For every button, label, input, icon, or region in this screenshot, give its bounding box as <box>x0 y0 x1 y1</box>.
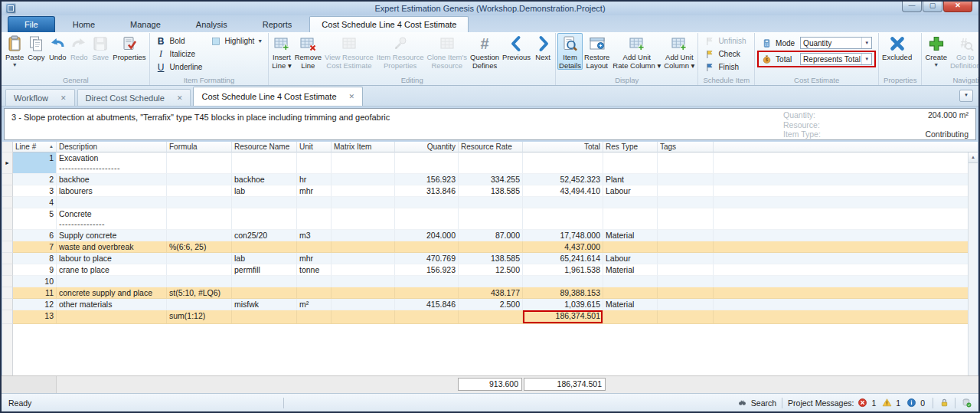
column-header-quantity[interactable]: Quantity <box>395 142 459 152</box>
cell-description[interactable] <box>57 276 167 287</box>
cell-resource_rate[interactable]: 138.585 <box>459 185 523 197</box>
cell-res_type[interactable] <box>603 208 658 230</box>
question-defines-button[interactable]: #QuestionDefines <box>469 33 501 70</box>
cell-quantity[interactable] <box>395 197 459 208</box>
cell-resource_name[interactable] <box>232 197 297 208</box>
cell-resource_rate[interactable]: 2.500 <box>459 299 523 310</box>
cell-line[interactable]: 5 <box>13 208 57 230</box>
cell-resource_name[interactable]: permfill <box>232 264 297 276</box>
lock-icon[interactable] <box>939 398 949 408</box>
cell-matrix_item[interactable] <box>332 230 395 241</box>
cell-description[interactable]: backhoe <box>57 174 167 185</box>
cell-total[interactable]: 52,452.323 <box>523 174 603 185</box>
cell-line[interactable]: 7 <box>13 241 57 253</box>
close-icon[interactable]: ✕ <box>177 94 183 102</box>
cell-unit[interactable] <box>297 287 332 299</box>
column-header-tags[interactable]: Tags <box>658 142 714 152</box>
search-button[interactable]: Search <box>737 398 776 408</box>
close-button[interactable]: ✕ <box>943 2 972 12</box>
ribbon-tab-file[interactable]: File <box>8 16 55 32</box>
cell-matrix_item[interactable] <box>332 174 395 185</box>
ribbon-tab-home[interactable]: Home <box>55 17 113 32</box>
row-indicator[interactable] <box>2 276 13 287</box>
cell-resource_rate[interactable] <box>459 197 523 208</box>
cell-tags[interactable] <box>658 264 714 276</box>
cell-unit[interactable] <box>297 310 332 324</box>
cell-quantity[interactable]: 156.923 <box>395 174 459 185</box>
cell-unit[interactable]: mhr <box>297 253 332 264</box>
cell-unit[interactable] <box>297 197 332 208</box>
add-unit-column-button[interactable]: Add UnitColumn ▾ <box>662 33 696 70</box>
row-indicator[interactable] <box>2 299 13 310</box>
tab-list-button[interactable]: ▼ <box>959 90 973 102</box>
column-header-res_type[interactable]: Res Type <box>603 142 658 152</box>
cell-quantity[interactable]: 204.000 <box>395 230 459 241</box>
row-indicator[interactable] <box>2 230 13 241</box>
cell-line[interactable]: 6 <box>13 230 57 241</box>
total-field-select[interactable]: Represents Total▼ <box>800 53 872 65</box>
cell-res_type[interactable] <box>603 152 658 174</box>
cell-resource_name[interactable]: backhoe <box>232 174 297 185</box>
item-details-button[interactable]: ItemDetails <box>557 33 583 70</box>
cell-total[interactable] <box>523 208 603 230</box>
cell-resource_rate[interactable] <box>459 152 523 174</box>
cell-total[interactable] <box>523 197 603 208</box>
cell-quantity[interactable]: 313.846 <box>395 185 459 197</box>
cell-line[interactable]: 2 <box>13 174 57 185</box>
cell-total[interactable] <box>523 152 603 174</box>
row-indicator[interactable] <box>2 197 13 208</box>
ribbon-tab-reports[interactable]: Reports <box>245 17 310 32</box>
row-indicator[interactable]: ► <box>2 152 13 174</box>
cell-quantity[interactable]: 470.769 <box>395 253 459 264</box>
cell-tags[interactable] <box>658 152 714 174</box>
doc-tab-direct-cost-schedule[interactable]: Direct Cost Schedule✕ <box>77 89 191 106</box>
cell-res_type[interactable]: Labour <box>603 185 658 197</box>
cell-resource_name[interactable] <box>232 287 297 299</box>
cell-total[interactable]: 186,374.501 <box>523 310 603 324</box>
cell-resource_rate[interactable]: 334.255 <box>459 174 523 185</box>
cell-resource_rate[interactable]: 12.500 <box>459 264 523 276</box>
insert-line-button[interactable]: InsertLine ▾ <box>270 33 292 70</box>
cell-quantity[interactable] <box>395 276 459 287</box>
cell-formula[interactable]: sum(1:12) <box>167 310 232 324</box>
cell-unit[interactable] <box>297 208 332 230</box>
cell-res_type[interactable] <box>603 310 658 324</box>
cell-resource_name[interactable]: lab <box>232 253 297 264</box>
cell-res_type[interactable]: Material <box>603 264 658 276</box>
check-button[interactable]: Check <box>700 48 750 61</box>
row-indicator[interactable] <box>2 253 13 264</box>
cell-quantity[interactable] <box>395 310 459 324</box>
next-button[interactable]: Next <box>532 33 554 62</box>
cell-unit[interactable]: tonne <box>297 264 332 276</box>
cell-matrix_item[interactable] <box>332 241 395 253</box>
close-icon[interactable]: ✕ <box>349 93 355 100</box>
cell-matrix_item[interactable] <box>332 264 395 276</box>
cell-resource_name[interactable]: con25/20 <box>232 230 297 241</box>
ribbon-tab-analysis[interactable]: Analysis <box>178 17 245 32</box>
cell-matrix_item[interactable] <box>332 208 395 230</box>
cell-formula[interactable] <box>167 253 232 264</box>
cell-res_type[interactable]: Material <box>603 230 658 241</box>
cell-resource_rate[interactable] <box>459 276 523 287</box>
cell-total[interactable]: 65,241.614 <box>523 253 603 264</box>
cell-resource_rate[interactable] <box>459 208 523 230</box>
cell-formula[interactable] <box>167 208 232 230</box>
cell-formula[interactable] <box>167 230 232 241</box>
cell-res_type[interactable]: Material <box>603 299 658 310</box>
cell-formula[interactable]: st(5:10, #LQ6) <box>167 287 232 299</box>
cell-total[interactable]: 43,494.410 <box>523 185 603 197</box>
cell-tags[interactable] <box>658 230 714 241</box>
cell-resource_rate[interactable]: 438.177 <box>459 287 523 299</box>
column-header-resource_name[interactable]: Resource Name <box>232 142 297 152</box>
cell-matrix_item[interactable] <box>332 197 395 208</box>
paste-button[interactable]: Paste▼ <box>4 33 25 67</box>
cell-resource_name[interactable] <box>232 276 297 287</box>
row-indicator[interactable] <box>2 264 13 276</box>
cell-resource_name[interactable]: lab <box>232 185 297 197</box>
ribbon-tab-manage[interactable]: Manage <box>113 17 178 32</box>
cell-quantity[interactable] <box>395 241 459 253</box>
cell-description[interactable]: Excavation-------------------- <box>57 152 167 174</box>
cell-line[interactable]: 13 <box>13 310 57 324</box>
add-unit-rate-column-button[interactable]: Add UnitRate Column ▾ <box>611 33 662 70</box>
cell-res_type[interactable] <box>603 197 658 208</box>
